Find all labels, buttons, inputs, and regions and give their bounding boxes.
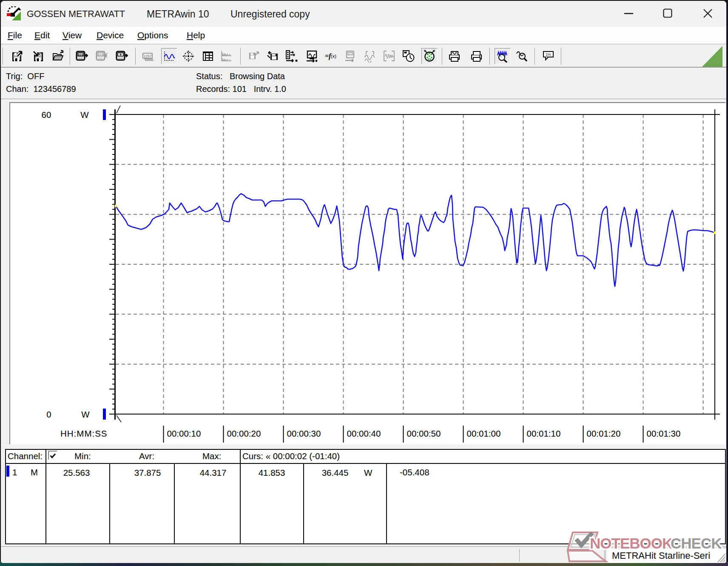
svg-text:00:01:20: 00:01:20	[587, 429, 621, 438]
svg-text:W: W	[81, 409, 90, 419]
svg-text:321: 321	[348, 52, 352, 55]
svg-text:00:00:50: 00:00:50	[407, 429, 441, 438]
svg-text:60: 60	[42, 110, 51, 120]
svg-text:W: W	[80, 110, 89, 120]
svg-text:00:01:00: 00:01:00	[467, 429, 501, 438]
svg-text:00:00:20: 00:00:20	[227, 429, 261, 438]
svg-text:00:01:10: 00:01:10	[527, 429, 561, 438]
svg-text:HH:MM:SS: HH:MM:SS	[60, 429, 108, 438]
svg-text:321: 321	[98, 53, 103, 57]
svg-text:1%: 1%	[546, 52, 551, 57]
svg-text:00:00:10: 00:00:10	[167, 429, 201, 438]
svg-text:321: 321	[78, 53, 83, 57]
svg-text:00:01:30: 00:01:30	[647, 429, 681, 438]
svg-text:00:00:30: 00:00:30	[287, 429, 321, 438]
svg-text:00:00:40: 00:00:40	[347, 429, 381, 438]
svg-text:NOTEBOOK: NOTEBOOK	[590, 535, 673, 552]
svg-text:0: 0	[46, 409, 51, 419]
svg-text:(x): (x)	[331, 54, 336, 59]
svg-text:CHECK: CHECK	[671, 535, 722, 552]
svg-text:1257: 1257	[144, 54, 152, 58]
svg-text:M: M	[119, 53, 121, 57]
